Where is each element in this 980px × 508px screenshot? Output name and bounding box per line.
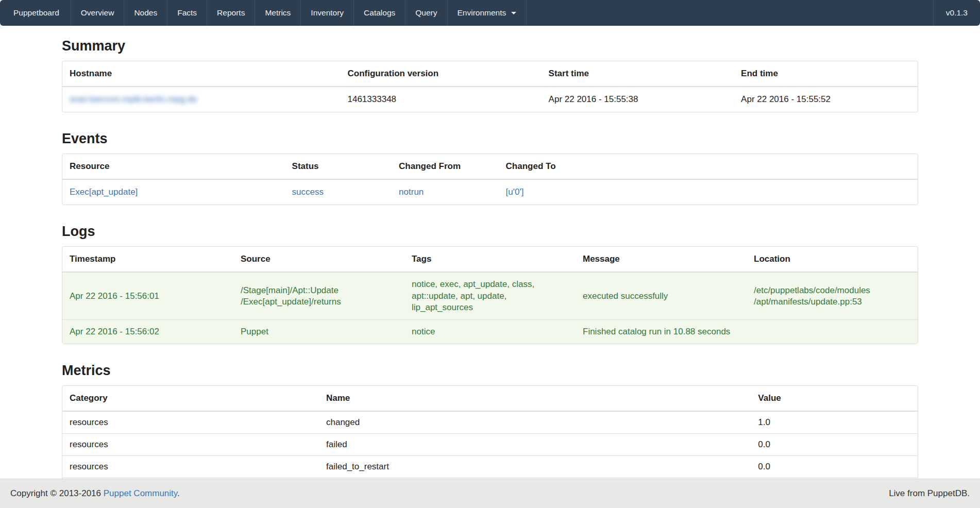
event-row: Exec[apt_update] success notrun [u'0'] <box>62 180 918 205</box>
log-location <box>747 319 918 344</box>
nav-item-nodes[interactable]: Nodes <box>124 0 167 26</box>
metrics-header-row: Category Name Value <box>62 386 918 412</box>
events-header-changed-from: Changed From <box>392 154 499 180</box>
summary-title: Summary <box>62 38 918 54</box>
summary-header-hostname: Hostname <box>62 61 341 87</box>
event-resource-link[interactable]: Exec[apt_update] <box>70 187 138 197</box>
log-timestamp: Apr 22 2016 - 15:56:01 <box>62 273 233 319</box>
log-row: Apr 22 2016 - 15:56:02 Puppet notice Fin… <box>62 319 918 344</box>
metric-value: 1.0 <box>751 412 918 433</box>
footer-live-status: Live from PuppetDB. <box>889 488 970 499</box>
logs-header-timestamp: Timestamp <box>62 247 233 273</box>
end-time-value: Apr 22 2016 - 15:55:52 <box>734 87 918 112</box>
event-status-link[interactable]: success <box>292 187 324 197</box>
log-source: Puppet <box>233 319 404 344</box>
log-row: Apr 22 2016 - 15:56:01 /Stage[main]/Apt:… <box>62 273 918 319</box>
event-changed-from-link[interactable]: notrun <box>399 187 424 197</box>
metrics-header-name: Name <box>319 386 751 412</box>
logs-header-tags: Tags <box>404 247 576 273</box>
hostname-link[interactable]: snat-tservvm.mpib-berlin.mpg.de <box>70 94 197 104</box>
logs-header-location: Location <box>747 247 918 273</box>
metric-category: resources <box>62 412 319 433</box>
metrics-header-value: Value <box>751 386 918 412</box>
metric-category: resources <box>62 455 319 478</box>
metric-row: resources failed_to_restart 0.0 <box>62 455 918 478</box>
events-table: Resource Status Changed From Changed To … <box>62 154 918 205</box>
nav-brand-puppetboard[interactable]: Puppetboard <box>0 0 71 26</box>
summary-table: Hostname Configuration version Start tim… <box>62 61 918 112</box>
nav-item-catalogs[interactable]: Catalogs <box>354 0 405 26</box>
log-timestamp: Apr 22 2016 - 15:56:02 <box>62 319 233 344</box>
nav-item-metrics[interactable]: Metrics <box>255 0 301 26</box>
metric-name: failed_to_restart <box>319 455 751 478</box>
copyright-text: Copyright © 2013-2016 <box>10 488 104 498</box>
environments-label: Environments <box>458 8 506 18</box>
nav-item-query[interactable]: Query <box>405 0 447 26</box>
metric-value: 0.0 <box>751 455 918 478</box>
metric-row: resources changed 1.0 <box>62 412 918 433</box>
log-source: /Stage[main]/Apt::Update /Exec[apt_updat… <box>233 273 404 319</box>
events-header-status: Status <box>285 154 392 180</box>
log-tags: notice, exec, apt_update, class, apt::up… <box>404 273 576 319</box>
footer: Copyright © 2013-2016 Puppet Community. … <box>0 479 980 508</box>
logs-header-source: Source <box>233 247 404 273</box>
version-badge: v0.1.3 <box>933 0 980 26</box>
log-location: /etc/puppetlabs/code/modules /apt/manife… <box>747 273 918 319</box>
events-header-resource: Resource <box>62 154 285 180</box>
summary-header-config-version: Configuration version <box>341 61 542 87</box>
metric-name: changed <box>319 412 751 433</box>
events-header-row: Resource Status Changed From Changed To <box>62 154 918 180</box>
metrics-header-category: Category <box>62 386 319 412</box>
logs-title: Logs <box>62 224 918 239</box>
nav-item-reports[interactable]: Reports <box>207 0 255 26</box>
log-tags: notice <box>404 319 576 344</box>
nav-item-facts[interactable]: Facts <box>167 0 207 26</box>
log-message: Finished catalog run in 10.88 seconds <box>576 319 747 344</box>
log-message: executed successfully <box>576 273 747 319</box>
metric-row: resources failed 0.0 <box>62 433 918 455</box>
navbar: Puppetboard Overview Nodes Facts Reports… <box>0 0 980 26</box>
navbar-spacer <box>527 0 933 26</box>
copyright-period: . <box>177 488 180 498</box>
event-changed-to-link[interactable]: [u'0'] <box>506 187 524 197</box>
events-header-changed-to: Changed To <box>499 154 918 180</box>
metric-name: failed <box>319 433 751 455</box>
metric-value: 0.0 <box>751 433 918 455</box>
logs-table: Timestamp Source Tags Message Location A… <box>62 246 918 344</box>
start-time-value: Apr 22 2016 - 15:55:38 <box>542 87 734 112</box>
summary-header-row: Hostname Configuration version Start tim… <box>62 61 918 87</box>
logs-header-row: Timestamp Source Tags Message Location <box>62 247 918 273</box>
caret-down-icon <box>511 12 516 14</box>
summary-header-end-time: End time <box>734 61 918 87</box>
nav-dropdown-environments[interactable]: Environments <box>448 0 527 26</box>
summary-row: snat-tservvm.mpib-berlin.mpg.de 14613333… <box>62 87 918 112</box>
events-title: Events <box>62 131 918 146</box>
puppet-community-link[interactable]: Puppet Community <box>104 488 177 498</box>
main-content: Summary Hostname Configuration version S… <box>62 38 918 500</box>
nav-item-inventory[interactable]: Inventory <box>301 0 354 26</box>
metrics-title: Metrics <box>62 363 918 378</box>
summary-header-start-time: Start time <box>542 61 734 87</box>
logs-header-message: Message <box>576 247 747 273</box>
config-version-value: 1461333348 <box>341 87 542 112</box>
nav-item-overview[interactable]: Overview <box>71 0 125 26</box>
footer-copyright: Copyright © 2013-2016 Puppet Community. <box>10 488 180 499</box>
metric-category: resources <box>62 433 319 455</box>
